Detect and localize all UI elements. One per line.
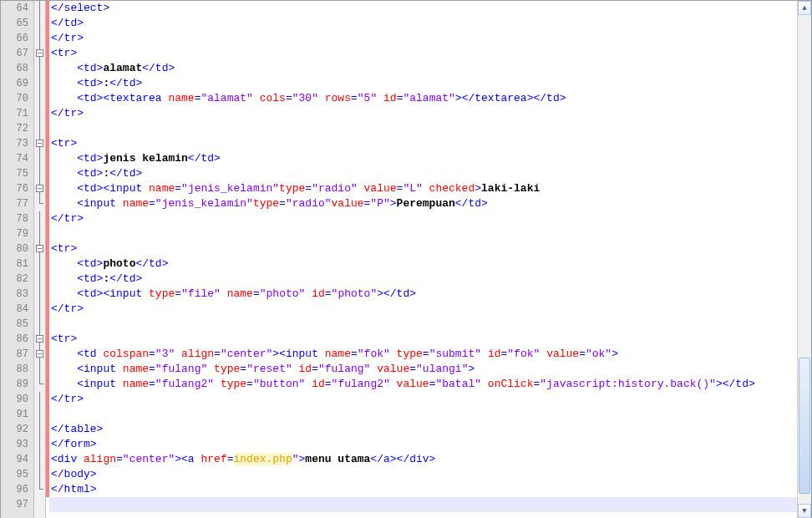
fold-cell xyxy=(34,437,45,452)
line-number: 74 xyxy=(1,151,33,166)
fold-cell xyxy=(34,497,45,512)
line-number: 65 xyxy=(1,16,33,31)
code-line[interactable]: <td><textarea name="alamat" cols="30" ro… xyxy=(49,91,797,106)
code-line[interactable]: </tr> xyxy=(49,302,797,317)
line-number: 83 xyxy=(1,287,33,302)
fold-cell xyxy=(34,317,45,332)
fold-cell xyxy=(34,392,45,407)
code-line[interactable]: <td>:</td> xyxy=(49,166,797,181)
code-line[interactable]: </body> xyxy=(49,467,797,482)
fold-cell[interactable] xyxy=(34,241,45,256)
code-line[interactable]: <td>:</td> xyxy=(49,272,797,287)
code-line[interactable]: <td>photo</td> xyxy=(49,256,797,272)
vertical-scrollbar[interactable]: ▲ ▼ xyxy=(797,1,811,518)
line-number: 64 xyxy=(1,1,33,16)
fold-cell xyxy=(34,121,45,136)
fold-cell xyxy=(34,16,45,31)
code-line[interactable]: <tr> xyxy=(49,241,797,256)
line-number: 66 xyxy=(1,31,33,46)
line-number: 96 xyxy=(1,482,33,497)
code-line[interactable]: <td><input name="jenis_kelamin"type="rad… xyxy=(49,181,797,196)
fold-toggle-icon[interactable] xyxy=(36,335,43,343)
fold-cell xyxy=(34,422,45,437)
code-line[interactable]: <td>jenis kelamin</td> xyxy=(49,151,797,166)
fold-column[interactable] xyxy=(34,1,46,518)
line-number: 75 xyxy=(1,166,33,181)
fold-cell xyxy=(34,256,45,272)
code-line[interactable] xyxy=(49,497,797,512)
fold-cell[interactable] xyxy=(34,332,45,347)
fold-cell xyxy=(34,76,45,91)
code-line[interactable]: </tr> xyxy=(49,106,797,121)
line-number: 97 xyxy=(1,497,33,512)
code-line[interactable]: <input name="fulang" type="reset" id="fu… xyxy=(49,362,797,377)
code-line[interactable]: <div align="center"><a href=index.php">m… xyxy=(49,452,797,467)
line-number: 81 xyxy=(1,256,33,272)
code-line[interactable]: </tr> xyxy=(49,392,797,407)
fold-cell[interactable] xyxy=(34,46,45,61)
code-line[interactable]: <tr> xyxy=(49,46,797,61)
line-number: 95 xyxy=(1,467,33,482)
code-line[interactable]: <input name="fulang2" type="button" id="… xyxy=(49,377,797,392)
fold-cell xyxy=(34,1,45,16)
fold-cell xyxy=(34,196,45,211)
code-line[interactable]: <td>:</td> xyxy=(49,76,797,91)
fold-cell xyxy=(34,467,45,482)
fold-toggle-icon[interactable] xyxy=(36,185,43,192)
fold-cell xyxy=(34,482,45,497)
code-line[interactable]: </table> xyxy=(49,422,797,437)
code-line[interactable]: <input name="jenis_kelamin"type="radio"v… xyxy=(49,196,797,211)
line-number-gutter[interactable]: 6465666768697071727374757677787980818283… xyxy=(1,1,34,518)
code-line[interactable]: </select> xyxy=(49,1,797,16)
fold-cell xyxy=(34,226,45,241)
fold-cell xyxy=(34,452,45,467)
code-line[interactable] xyxy=(49,407,797,422)
line-number: 78 xyxy=(1,211,33,226)
line-number: 68 xyxy=(1,61,33,76)
code-line[interactable]: <tr> xyxy=(49,136,797,151)
scroll-thumb[interactable] xyxy=(799,358,810,495)
line-number: 70 xyxy=(1,91,33,106)
fold-cell xyxy=(34,272,45,287)
code-line[interactable]: <tr> xyxy=(49,332,797,347)
line-number: 80 xyxy=(1,241,33,256)
line-number: 90 xyxy=(1,392,33,407)
fold-toggle-icon[interactable] xyxy=(36,245,43,252)
fold-toggle-icon[interactable] xyxy=(36,140,43,147)
fold-cell[interactable] xyxy=(34,347,45,362)
line-number: 76 xyxy=(1,181,33,196)
fold-cell xyxy=(34,61,45,76)
line-number: 79 xyxy=(1,226,33,241)
code-line[interactable]: </html> xyxy=(49,482,797,497)
line-number: 94 xyxy=(1,452,33,467)
line-number: 85 xyxy=(1,317,33,332)
fold-cell xyxy=(34,302,45,317)
fold-cell[interactable] xyxy=(34,136,45,151)
fold-cell xyxy=(34,151,45,166)
fold-cell[interactable] xyxy=(34,181,45,196)
code-line[interactable]: <td colspan="3" align="center"><input na… xyxy=(49,347,797,362)
line-number: 84 xyxy=(1,302,33,317)
line-number: 93 xyxy=(1,437,33,452)
line-number: 72 xyxy=(1,121,33,136)
scroll-up-button[interactable]: ▲ xyxy=(798,1,811,15)
line-number: 87 xyxy=(1,347,33,362)
fold-toggle-icon[interactable] xyxy=(36,49,43,57)
fold-cell xyxy=(34,106,45,121)
code-line[interactable]: </form> xyxy=(49,437,797,452)
line-number: 67 xyxy=(1,46,33,61)
scroll-down-button[interactable]: ▼ xyxy=(798,504,811,518)
code-line[interactable]: </td> xyxy=(49,16,797,31)
code-line[interactable] xyxy=(49,226,797,241)
code-line[interactable]: </tr> xyxy=(49,31,797,46)
line-number: 91 xyxy=(1,407,33,422)
scroll-track[interactable] xyxy=(798,15,811,504)
code-line[interactable] xyxy=(49,121,797,136)
fold-toggle-icon[interactable] xyxy=(36,350,43,358)
fold-cell xyxy=(34,166,45,181)
code-area[interactable]: </select></td></tr><tr> <td>alamat</td> … xyxy=(49,1,797,518)
code-line[interactable] xyxy=(49,317,797,332)
code-line[interactable]: </tr> xyxy=(49,211,797,226)
code-line[interactable]: <td>alamat</td> xyxy=(49,61,797,76)
code-line[interactable]: <td><input type="file" name="photo" id="… xyxy=(49,287,797,302)
